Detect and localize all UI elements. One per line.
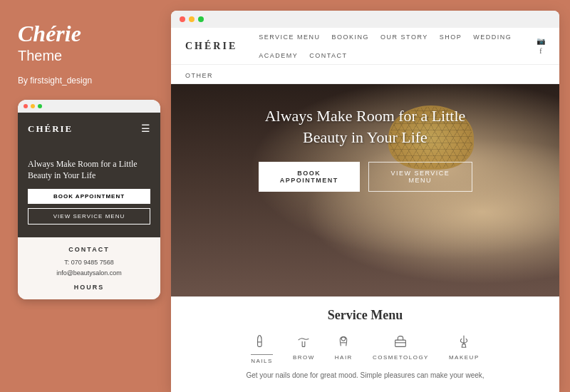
mobile-hours-title: HOURS bbox=[28, 284, 150, 291]
desktop-nav-secondary: OTHER bbox=[171, 65, 559, 84]
desktop-dot-red bbox=[180, 16, 185, 22]
service-menu-title: Service Menu bbox=[185, 308, 545, 323]
mobile-book-button[interactable]: BOOK APPOINTMENT bbox=[28, 189, 150, 204]
nav-our-story[interactable]: OUR STORY bbox=[380, 33, 428, 41]
cosmetology-label: COSMETOLOGY bbox=[373, 354, 429, 361]
service-item-cosmetology[interactable]: COSMETOLOGY bbox=[373, 331, 429, 364]
hero-heading-line1: Always Make Room for a Little bbox=[265, 107, 466, 125]
nails-icon bbox=[254, 331, 270, 351]
nav-wedding[interactable]: WEDDING bbox=[473, 33, 512, 41]
nails-label: NAILS bbox=[251, 358, 273, 364]
desktop-dot-green bbox=[198, 16, 204, 22]
cosmetology-icon bbox=[393, 331, 408, 351]
makeup-label: MAKEUP bbox=[449, 354, 480, 361]
service-icons-row: NAILS BROW HAIR bbox=[185, 331, 545, 364]
hero-heading: Always Make Room for a Little Beauty in … bbox=[259, 105, 472, 148]
mobile-dot-yellow bbox=[31, 104, 35, 108]
hamburger-icon[interactable]: ☰ bbox=[141, 123, 150, 135]
svg-rect-3 bbox=[395, 340, 406, 346]
instagram-icon[interactable]: 📷 bbox=[537, 37, 545, 45]
theme-title-block: Chérie Theme bbox=[18, 21, 153, 64]
desktop-logo: CHÉRIE bbox=[185, 41, 237, 52]
mobile-dot-green bbox=[38, 104, 42, 108]
mobile-dot-red bbox=[24, 104, 28, 108]
desktop-book-button[interactable]: BOOK APPOINTMENT bbox=[259, 162, 361, 192]
mobile-contact-info: T: 070 9485 7568 info@beautysalon.com bbox=[28, 257, 150, 278]
mobile-service-button[interactable]: VIEW SERVICE MENU bbox=[28, 208, 150, 225]
mobile-buttons: BOOK APPOINTMENT VIEW SERVICE MENU bbox=[28, 189, 150, 225]
desktop-nav: CHÉRIE SERVICE MENU BOOKING OUR STORY SH… bbox=[171, 28, 559, 65]
mobile-nav: CHÉRIE ☰ bbox=[28, 123, 150, 135]
hair-icon bbox=[336, 331, 351, 351]
nav-booking[interactable]: BOOKING bbox=[332, 33, 370, 41]
desktop-service-button[interactable]: VIEW SERVICE MENU bbox=[368, 162, 472, 192]
mobile-contact-title: CONTACT bbox=[28, 246, 150, 253]
service-menu-section: Service Menu NAILS BROW bbox=[171, 296, 559, 392]
theme-subtitle: Theme bbox=[18, 48, 153, 64]
service-item-hair[interactable]: HAIR bbox=[335, 331, 353, 364]
nails-underline bbox=[251, 354, 273, 355]
nav-contact[interactable]: CONTACT bbox=[309, 52, 347, 59]
nav-shop[interactable]: SHOP bbox=[440, 33, 462, 41]
service-item-makeup[interactable]: MAKEUP bbox=[449, 331, 480, 364]
mobile-hero-content: Always Make Room for a Little Beauty in … bbox=[28, 153, 150, 225]
nav-other[interactable]: OTHER bbox=[185, 72, 213, 79]
desktop-hero: Always Make Room for a Little Beauty in … bbox=[171, 84, 559, 296]
desktop-browser-bar bbox=[171, 11, 559, 28]
hero-heading-line2: Beauty in Your Life bbox=[303, 128, 428, 146]
desktop-dot-yellow bbox=[189, 16, 195, 22]
hero-text-overlay: Always Make Room for a Little Beauty in … bbox=[259, 105, 472, 192]
service-item-brow[interactable]: BROW bbox=[293, 331, 315, 364]
mobile-phone: T: 070 9485 7568 bbox=[28, 257, 150, 267]
makeup-icon bbox=[456, 331, 472, 351]
mobile-browser-bar bbox=[18, 100, 160, 113]
brow-label: BROW bbox=[293, 354, 315, 361]
hero-buttons: BOOK APPOINTMENT VIEW SERVICE MENU bbox=[259, 162, 472, 192]
desktop-mockup: CHÉRIE SERVICE MENU BOOKING OUR STORY SH… bbox=[171, 11, 559, 392]
mobile-contact-section: CONTACT T: 070 9485 7568 info@beautysalo… bbox=[18, 237, 160, 299]
mobile-hero-text: Always Make Room for a Little Beauty in … bbox=[28, 158, 150, 182]
service-item-nails[interactable]: NAILS bbox=[251, 331, 273, 364]
desktop-nav-links: SERVICE MENU BOOKING OUR STORY SHOP WEDD… bbox=[259, 33, 537, 59]
facebook-icon[interactable]: f bbox=[539, 47, 542, 55]
nav-academy[interactable]: ACADEMY bbox=[259, 52, 298, 59]
theme-byline: By firstsight_design bbox=[18, 76, 153, 86]
hair-label: HAIR bbox=[335, 354, 353, 361]
brow-icon bbox=[296, 331, 311, 351]
desktop-content: CHÉRIE SERVICE MENU BOOKING OUR STORY SH… bbox=[171, 28, 559, 392]
nav-service-menu[interactable]: SERVICE MENU bbox=[259, 33, 320, 41]
mobile-mockup: CHÉRIE ☰ Always Make Room for a Little B… bbox=[18, 100, 160, 299]
left-panel: Chérie Theme By firstsight_design CHÉRIE… bbox=[0, 0, 171, 392]
mobile-logo: CHÉRIE bbox=[28, 123, 73, 135]
service-description: Get your nails done for great mood. Simp… bbox=[185, 370, 545, 381]
mobile-hero-section: CHÉRIE ☰ Always Make Room for a Little B… bbox=[18, 113, 160, 237]
mobile-email: info@beautysalon.com bbox=[28, 268, 150, 278]
desktop-social-icons: 📷 f bbox=[537, 37, 545, 55]
theme-name: Chérie bbox=[18, 21, 153, 46]
